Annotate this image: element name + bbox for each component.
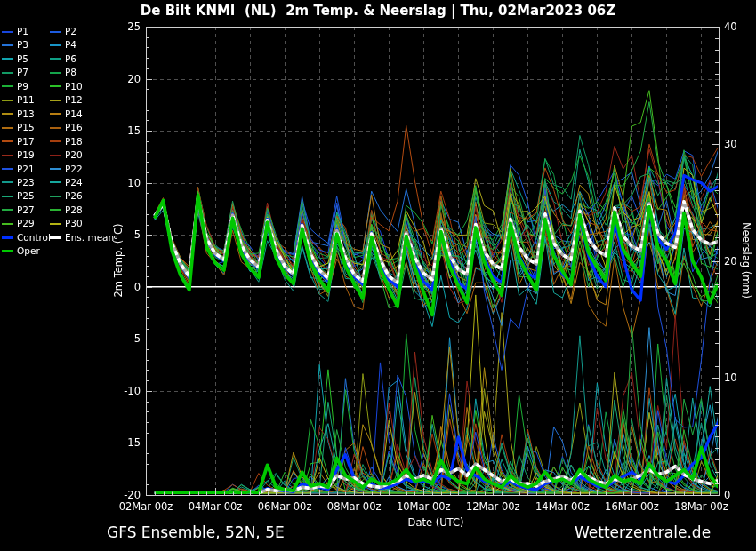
legend-line-swatch [50,72,61,74]
legend-item-p14: P14 [50,108,83,121]
legend-item-label: P9 [17,80,28,93]
y-right-tick-label: 0 [724,489,756,501]
footer-watermark: Wetterzentrale.de [575,523,711,541]
legend-item-label: P1 [17,25,28,38]
y-left-tick-label: -10 [107,385,141,397]
y-left-axis-title: 2m Temp. (°C) [112,224,125,298]
legend-item-p6: P6 [50,52,76,66]
legend-line-swatch [50,113,61,115]
legend-item-label: Oper [17,244,40,258]
x-tick-label: 14Mar 00z [525,500,599,513]
legend-line-swatch [2,127,13,129]
legend-line-swatch [2,58,13,60]
legend-line-swatch [50,236,61,239]
legend-item-label: Control [17,231,51,244]
y-right-tick-label: 40 [724,20,756,33]
chart-title: De Bilt KNMI (NL) 2m Temp. & Neerslag | … [0,3,756,19]
legend-item-p22: P22 [50,163,83,176]
legend-item-p8: P8 [50,66,76,79]
legend-line-swatch [50,100,61,101]
x-tick-label: 04Mar 00z [178,500,253,513]
legend-line-swatch [50,58,61,60]
legend-item-p30: P30 [50,217,83,230]
x-tick-label: 18Mar 00z [664,500,738,513]
legend-item-p4: P4 [50,38,76,52]
legend-item-p18: P18 [50,135,83,148]
legend-item-p15: P15 [2,121,35,134]
legend-line-swatch [50,155,61,156]
legend-item-p11: P11 [2,93,35,107]
x-tick-label: 12Mar 00z [455,500,530,513]
legend-line-swatch [50,140,61,142]
legend-item-p2: P2 [50,25,76,38]
legend-line-swatch [2,155,13,156]
legend-item-p28: P28 [50,204,83,217]
legend-item-label: P25 [17,189,35,203]
legend-line-swatch [2,250,13,252]
legend-line-swatch [2,113,13,115]
legend-item-label: P23 [17,176,35,189]
legend-line-swatch [2,100,13,101]
legend-item-label: P5 [17,52,28,66]
legend-item-control: Control [2,231,51,244]
legend-line-swatch [50,31,61,33]
x-tick-label: 10Mar 00z [386,500,461,513]
y-left-tick-label: 15 [107,124,141,137]
y-left-tick-label: -5 [107,332,141,345]
y-left-tick-label: -15 [107,436,141,449]
legend-line-swatch [50,44,61,46]
legend-item-label: P26 [65,189,83,203]
legend-item-label: P18 [65,135,83,148]
y-right-tick-label: 10 [724,371,756,384]
legend-line-swatch [50,168,61,170]
legend-item-p23: P23 [2,176,35,189]
legend-line-swatch [2,72,13,74]
legend-item-label: P27 [17,204,35,217]
x-axis-title: Date (UTC) [396,516,476,529]
legend-line-swatch [50,209,61,211]
x-tick-label: 06Mar 00z [247,500,322,513]
legend-line-swatch [2,85,13,87]
legend-line-swatch [50,223,61,225]
legend-item-label: P19 [17,148,35,162]
legend-item-label: P20 [65,148,83,162]
y-left-tick-label: -20 [107,489,141,501]
legend-item-label: P3 [17,38,28,52]
meteogram-page: De Bilt KNMI (NL) 2m Temp. & Neerslag | … [0,0,756,551]
legend-item-ens-mean: Ens. mean [50,231,114,244]
x-tick-label: 02Mar 00z [109,500,183,513]
legend-item-p26: P26 [50,189,83,203]
legend-item-label: P15 [17,121,35,134]
legend-item-p21: P21 [2,163,35,176]
legend-item-p17: P17 [2,135,35,148]
legend-line-swatch [50,85,61,87]
legend-item-p7: P7 [2,66,28,79]
legend-item-label: P29 [17,217,35,230]
legend-line-swatch [50,127,61,129]
legend-item-label: P10 [65,80,83,93]
legend-line-swatch [2,236,13,239]
legend-item-label: P17 [17,135,35,148]
legend-item-label: P2 [65,25,76,38]
legend-item-p3: P3 [2,38,28,52]
legend-item-label: P24 [65,176,83,189]
y-right-tick-label: 30 [724,138,756,150]
legend-item-p20: P20 [50,148,83,162]
legend-item-p16: P16 [50,121,83,134]
footer-model-info: GFS Ensemble, 52N, 5E [107,523,285,541]
legend-line-swatch [2,181,13,183]
legend-item-p12: P12 [50,93,83,107]
legend-item-label: P22 [65,163,83,176]
legend-line-swatch [2,196,13,197]
legend-item-p19: P19 [2,148,35,162]
legend-item-label: P11 [17,93,35,107]
legend-item-label: P28 [65,204,83,217]
legend-item-label: P4 [65,38,76,52]
legend-item-oper: Oper [2,244,40,258]
legend-line-swatch [50,196,61,197]
legend-item-label: P14 [65,108,83,121]
legend-item-label: P21 [17,163,35,176]
y-left-tick-label: 20 [107,73,141,85]
x-tick-label: 16Mar 00z [594,500,669,513]
legend-item-label: P8 [65,66,76,79]
